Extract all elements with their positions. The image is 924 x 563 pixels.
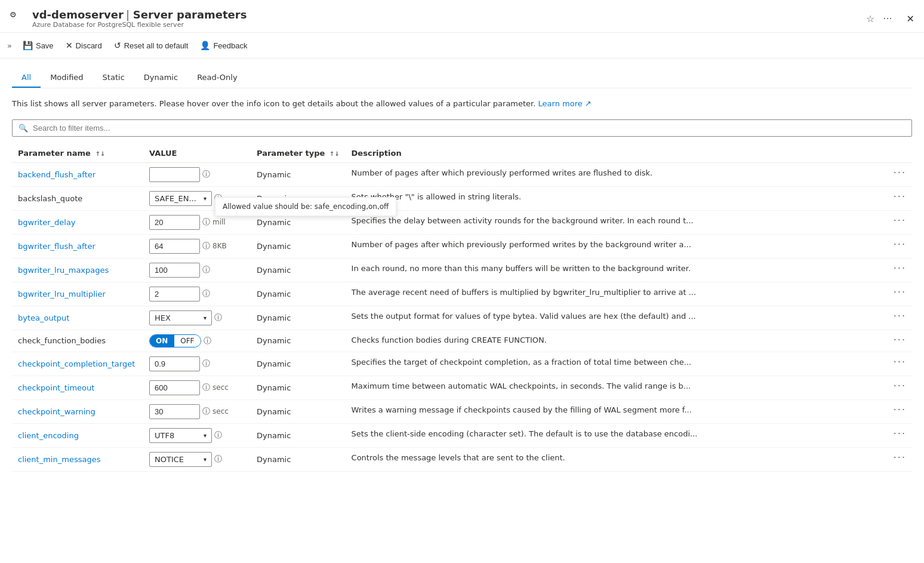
feedback-button[interactable]: 👤 Feedback [195,38,252,53]
description-text: Sets whether "\" is allowed in string li… [352,192,894,201]
value-cell: ⓘ [149,263,245,278]
discard-button[interactable]: ✕ Discard [61,38,107,53]
close-button[interactable]: ✕ [907,13,914,24]
value-select[interactable]: HEX ▾ [149,310,212,325]
sort-icon-param-name[interactable]: ↑↓ [95,150,105,157]
expand-sidebar-icon[interactable]: » [7,41,12,50]
tab-static[interactable]: Static [93,68,134,88]
value-cell: NOTICE ▾ ⓘ [149,452,245,467]
row-more-button[interactable]: ··· [894,191,906,202]
save-icon: 💾 [23,41,33,50]
row-more-button[interactable]: ··· [894,404,906,416]
info-icon[interactable]: ⓘ [202,406,210,417]
param-name-link[interactable]: client_encoding [18,431,79,440]
value-cell: UTF8 ▾ ⓘ [149,428,245,443]
unit-label: mill [212,218,226,226]
col-header-value: VALUE [143,144,251,163]
toggle-on-label[interactable]: ON [150,335,174,347]
search-bar: 🔍 [12,119,912,137]
toggle-container: ON OFF [149,334,201,347]
value-input[interactable] [149,287,200,302]
row-more-button[interactable]: ··· [894,167,906,179]
search-icon: 🔍 [19,124,28,133]
value-select[interactable]: UTF8 ▾ [149,428,212,443]
table-row: bgwriter_flush_after ⓘ 8KB DynamicNumber… [12,234,912,258]
select-value: UTF8 [155,431,174,440]
star-icon[interactable]: ☆ [866,13,874,24]
tab-all[interactable]: All [12,68,41,88]
row-more-button[interactable]: ··· [894,380,906,392]
row-more-button[interactable]: ··· [894,239,906,250]
value-cell: ON OFF ⓘ [149,334,245,347]
tab-dynamic[interactable]: Dynamic [134,68,187,88]
value-cell: ⓘ secc [149,404,245,419]
select-value: HEX [155,313,171,322]
value-cell: ⓘ [149,287,245,302]
param-type: Dynamic [257,313,291,322]
row-more-button[interactable]: ··· [894,356,906,368]
param-name-link[interactable]: backend_flush_after [18,170,96,179]
param-type: Dynamic [257,290,291,299]
row-more-button[interactable]: ··· [894,287,906,298]
value-input[interactable] [149,356,200,371]
table-row: checkpoint_warning ⓘ secc DynamicWrites … [12,399,912,423]
parameters-table: Parameter name ↑↓ VALUE Parameter type ↑… [12,144,912,472]
save-button[interactable]: 💾 Save [18,38,58,53]
value-input[interactable] [149,263,200,278]
unit-label: secc [212,383,229,392]
row-more-button[interactable]: ··· [894,310,906,322]
info-icon[interactable]: ⓘ [214,312,222,323]
info-icon[interactable]: ⓘ [202,288,210,299]
row-more-button[interactable]: ··· [894,263,906,274]
param-type: Dynamic [257,170,291,179]
param-name-link[interactable]: bgwriter_lru_multiplier [18,290,106,299]
info-icon[interactable]: ⓘ [214,454,222,464]
param-type: Dynamic [257,359,291,368]
row-more-button[interactable]: ··· [894,452,906,463]
value-input[interactable] [149,404,200,419]
param-name-link[interactable]: checkpoint_timeout [18,383,94,392]
info-icon[interactable]: ⓘ [214,430,222,441]
value-input[interactable] [149,167,200,182]
param-type: Dynamic [257,266,291,275]
param-name-link[interactable]: bytea_output [18,313,69,322]
tab-readonly[interactable]: Read-Only [187,68,247,88]
tooltip: Allowed value should be: safe_encoding,o… [215,197,396,216]
value-input[interactable] [149,239,200,254]
info-icon[interactable]: ⓘ [202,264,210,275]
learn-more-link[interactable]: Learn more ↗ [538,99,592,108]
info-icon[interactable]: ⓘ [202,241,210,251]
info-icon[interactable]: ⓘ [202,217,210,227]
param-name-link[interactable]: bgwriter_lru_maxpages [18,266,109,275]
info-icon[interactable]: ⓘ [204,336,211,346]
toggle-off-label[interactable]: OFF [174,335,200,347]
param-name-link[interactable]: checkpoint_warning [18,407,96,416]
param-name-link[interactable]: bgwriter_flush_after [18,242,96,251]
info-icon[interactable]: ⓘ [202,358,210,369]
description-text: Sets the client-side encoding (character… [352,429,894,438]
more-options-icon[interactable]: ··· [883,13,892,24]
table-row: backend_flush_after ⓘ DynamicNumber of p… [12,162,912,186]
row-more-button[interactable]: ··· [894,428,906,439]
value-select[interactable]: SAFE_EN... ▾ [149,191,212,206]
row-more-button[interactable]: ··· [894,334,906,346]
reset-button[interactable]: ↺ Reset all to default [109,38,193,53]
param-type: Dynamic [257,407,291,416]
toggle-switch[interactable]: ON OFF [149,334,201,347]
value-input[interactable] [149,215,200,230]
search-input[interactable] [33,124,905,133]
value-input[interactable] [149,380,200,395]
param-name-link[interactable]: bgwriter_delay [18,218,76,227]
tab-modified[interactable]: Modified [41,68,93,88]
sort-icon-param-type[interactable]: ↑↓ [329,150,340,157]
value-select[interactable]: NOTICE ▾ [149,452,212,467]
row-more-button[interactable]: ··· [894,215,906,226]
param-name-link[interactable]: client_min_messages [18,455,100,464]
info-icon[interactable]: ⓘ [202,382,210,393]
param-name-link[interactable]: checkpoint_completion_target [18,359,135,368]
info-icon[interactable]: ⓘ [202,169,210,180]
value-cell: ⓘ mill [149,215,245,230]
chevron-down-icon: ▾ [204,195,207,202]
description-text: Checks function bodies during CREATE FUN… [352,336,894,344]
description-text: Specifies the target of checkpoint compl… [352,358,894,367]
